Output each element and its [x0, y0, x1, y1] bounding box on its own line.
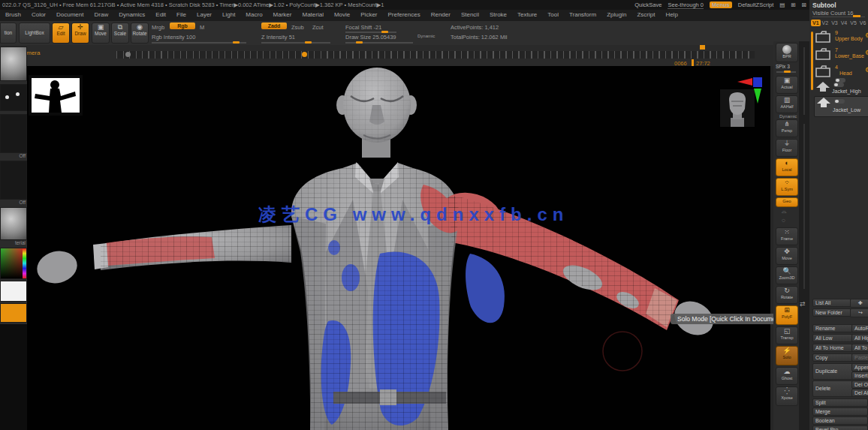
quicksave-button[interactable]: QuickSave: [634, 2, 662, 8]
solo-button[interactable]: ⚡Solo: [776, 346, 798, 365]
alpha-thumbnail[interactable]: [0, 114, 27, 153]
tab-v4[interactable]: V4: [839, 20, 849, 26]
headphones-icon[interactable]: ⌓: [782, 208, 786, 215]
current-brush-thumbnail[interactable]: [0, 47, 27, 81]
lsym-button[interactable]: ⁘L.Sym: [776, 178, 798, 196]
rename-button[interactable]: Rename: [812, 324, 853, 332]
move-view-button[interactable]: ✥Move: [776, 247, 798, 265]
persp-button[interactable]: ⋔Persp: [776, 119, 798, 137]
menu-dynamics[interactable]: Dynamics: [113, 10, 150, 18]
subtool-row-head[interactable]: 4 Head ⚙: [814, 65, 868, 81]
spix-track[interactable]: [776, 71, 796, 73]
scale-button[interactable]: ⧉Scale: [111, 23, 129, 44]
document-canvas[interactable]: 凌艺CG www.qdnxxfb.cn Solo Mode [Quick C: [27, 66, 770, 430]
merge-button[interactable]: Merge: [812, 407, 868, 416]
mrgb-button[interactable]: Mrgb: [152, 24, 164, 31]
geo-toggle[interactable]: Geo: [776, 197, 798, 207]
rotate-view-button[interactable]: ↻Rotate: [776, 286, 798, 304]
rotate-button[interactable]: ◉Rotate: [131, 23, 149, 44]
menu-light[interactable]: Light: [217, 10, 240, 18]
menu-zscript[interactable]: Zscript: [631, 10, 660, 18]
folder-action-icon-button[interactable]: ↪: [850, 308, 868, 317]
append-button[interactable]: Append: [851, 363, 868, 371]
paste-button[interactable]: Paste: [851, 353, 868, 362]
scroll-to-icon-button[interactable]: ✚: [850, 299, 868, 308]
window-split-icon[interactable]: ⊞: [791, 2, 795, 8]
m-button[interactable]: M: [200, 24, 204, 31]
subtool-scrollbar[interactable]: [811, 32, 813, 90]
duplicate-button[interactable]: Duplicate: [812, 363, 853, 380]
config-icon[interactable]: ⊠: [802, 2, 806, 8]
menu-draw[interactable]: Draw: [89, 10, 114, 18]
subtool-row-lower-base[interactable]: 7 Lower_Base ⚙: [814, 47, 868, 64]
draw-size-track[interactable]: [345, 42, 413, 44]
all-low-button[interactable]: All Low: [812, 334, 853, 342]
see-through-slider[interactable]: See-through 0: [668, 2, 704, 9]
focal-shift-slider[interactable]: Focal Shift -21: [345, 24, 381, 31]
insert-button[interactable]: Insert: [851, 371, 868, 380]
delete-button[interactable]: Delete: [812, 380, 853, 397]
default-zscript-button[interactable]: DefaultZScript: [738, 2, 774, 8]
tab-v6[interactable]: V6: [858, 20, 868, 26]
rgb-button[interactable]: Rgb: [170, 23, 195, 29]
rgb-intensity-track[interactable]: [152, 42, 246, 44]
menu-stencil[interactable]: Stencil: [456, 10, 484, 18]
z-intensity-slider[interactable]: Z Intensity 51: [261, 34, 295, 41]
menu-color[interactable]: Color: [26, 10, 51, 18]
subtool-header[interactable]: Subtool: [812, 2, 836, 9]
timeline-key-current[interactable]: [302, 52, 307, 57]
lightbox-button[interactable]: LightBox: [19, 23, 50, 44]
magnifier-icon[interactable]: ◌: [782, 217, 785, 224]
visibility-toggle[interactable]: [834, 99, 845, 104]
focal-shift-track[interactable]: [345, 32, 396, 33]
menu-transform[interactable]: Transform: [564, 10, 601, 18]
gear-icon[interactable]: ⚙: [865, 66, 868, 74]
menus-toggle-button[interactable]: Menus: [710, 2, 732, 8]
menu-material[interactable]: Material: [297, 10, 328, 18]
actual-button[interactable]: ▣Actual: [776, 76, 798, 94]
gear-icon[interactable]: ⚙: [865, 32, 868, 39]
bevel-pro-button[interactable]: Bevel Pro: [812, 425, 868, 430]
tool-thumbnail-fragment[interactable]: tion: [0, 23, 17, 44]
all-high-button[interactable]: All High: [851, 334, 868, 342]
texture-thumbnail[interactable]: [0, 161, 27, 200]
menu-texture[interactable]: Texture: [512, 10, 542, 18]
material-thumbnail[interactable]: [0, 207, 27, 240]
del-other-button[interactable]: Del Other: [851, 380, 868, 389]
menu-picker[interactable]: Picker: [355, 10, 382, 18]
menu-preferences[interactable]: Preferences: [383, 10, 426, 18]
timeline-marker[interactable]: [700, 45, 705, 50]
menu-edit[interactable]: Edit: [150, 10, 171, 18]
menu-movie[interactable]: Movie: [329, 10, 355, 18]
main-color-swatch[interactable]: [0, 303, 27, 323]
gear-icon[interactable]: ⚙: [865, 49, 868, 56]
all-to-target-button[interactable]: All To Targ: [851, 344, 868, 352]
xpose-button[interactable]: ⁛Xpose: [776, 386, 798, 406]
menu-tool[interactable]: Tool: [542, 10, 564, 18]
frame-button[interactable]: ⁙Frame: [776, 227, 798, 245]
draw-button[interactable]: ✛Draw: [71, 23, 89, 44]
tab-v1[interactable]: V1: [811, 20, 821, 26]
tab-v5[interactable]: V5: [848, 20, 858, 26]
boolean-button[interactable]: Boolean: [812, 416, 868, 425]
visibility-toggle[interactable]: [833, 83, 844, 87]
menu-render[interactable]: Render: [426, 10, 456, 18]
transp-button[interactable]: ◱Transp: [776, 326, 798, 344]
zadd-button[interactable]: Zadd: [261, 23, 287, 29]
menu-help[interactable]: Help: [660, 10, 683, 18]
color-picker[interactable]: [0, 248, 27, 279]
menu-file[interactable]: File: [171, 10, 191, 18]
floor-button[interactable]: ⏚Floor: [776, 139, 798, 157]
aahalf-button[interactable]: ▥AAHalf: [776, 95, 798, 113]
draw-size-slider[interactable]: Draw Size 25.05439: [345, 34, 396, 41]
list-all-button[interactable]: List All: [812, 299, 851, 307]
new-folder-button[interactable]: New Folder: [812, 308, 851, 317]
copy-button[interactable]: Copy: [812, 353, 853, 362]
move-button[interactable]: ▣Move: [92, 23, 110, 44]
menu-macro[interactable]: Macro: [240, 10, 267, 18]
timeline-ruler[interactable]: [116, 51, 755, 59]
timeline-key-grey[interactable]: [125, 52, 131, 57]
subtool-row-jacket-low[interactable]: Jacket_Low: [814, 96, 868, 117]
divider-handle-icon[interactable]: ⇄: [800, 300, 806, 308]
character-model[interactable]: [27, 66, 770, 430]
